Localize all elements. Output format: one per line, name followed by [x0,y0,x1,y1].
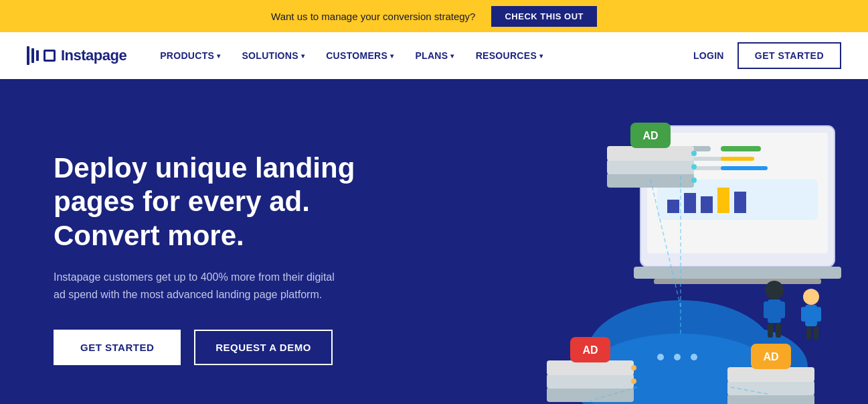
svg-point-20 [657,354,664,360]
nav-item-resources[interactable]: RESOURCES ▾ [466,45,553,66]
svg-rect-38 [727,394,814,404]
navbar: Instapage PRODUCTS ▾ SOLUTIONS ▾ CUSTOME… [0,32,868,79]
top-banner: Want us to manage your conversion strate… [0,0,868,32]
svg-point-21 [674,354,681,360]
svg-point-22 [691,354,697,360]
nav-item-plans[interactable]: PLANS ▾ [406,45,463,66]
login-button[interactable]: LOGIN [693,50,724,61]
svg-rect-15 [654,279,821,284]
chevron-down-icon: ▾ [450,52,454,60]
svg-rect-39 [727,381,814,395]
hero-section: Deploy unique landing pages for every ad… [0,79,868,404]
logo-bar-1 [27,46,29,65]
svg-rect-55 [801,307,806,322]
svg-rect-25 [607,146,694,161]
svg-rect-12 [717,188,729,213]
svg-point-30 [691,178,697,183]
chevron-down-icon: ▾ [301,52,305,60]
hero-get-started-button[interactable]: GET STARTED [54,330,181,365]
svg-text:AD: AD [582,344,598,356]
svg-text:AD: AD [763,351,778,362]
svg-rect-51 [768,323,773,338]
logo-square [44,50,56,62]
svg-rect-13 [734,192,746,213]
svg-point-29 [691,164,697,170]
logo[interactable]: Instapage [27,46,126,65]
svg-rect-7 [721,166,768,170]
svg-point-37 [631,379,636,384]
svg-point-36 [631,365,636,371]
hero-subtitle: Instapage customers get up to 400% more … [54,269,348,303]
svg-rect-50 [780,301,785,318]
logo-text: Instapage [61,47,126,64]
svg-rect-56 [816,307,821,322]
svg-rect-48 [768,299,781,323]
svg-rect-9 [667,200,679,213]
svg-rect-32 [547,374,634,389]
check-this-out-button[interactable]: CHECK THIS OUT [491,6,597,27]
svg-rect-57 [806,326,811,340]
svg-rect-33 [547,360,634,375]
svg-rect-5 [721,146,761,151]
nav-right: LOGIN GET STARTED [693,42,841,69]
svg-rect-10 [684,193,696,213]
svg-rect-11 [701,196,713,213]
hero-content: Deploy unique landing pages for every ad… [54,151,402,365]
logo-icon [27,46,56,65]
chevron-down-icon: ▾ [539,52,543,60]
svg-rect-24 [607,159,694,174]
svg-point-53 [803,289,819,305]
nav-links: PRODUCTS ▾ SOLUTIONS ▾ CUSTOMERS ▾ PLANS… [151,45,693,66]
logo-bar-2 [31,48,34,63]
nav-item-products[interactable]: PRODUCTS ▾ [151,45,230,66]
svg-rect-40 [727,367,814,382]
nav-item-solutions[interactable]: SOLUTIONS ▾ [232,45,314,66]
get-started-nav-button[interactable]: GET STARTED [737,42,841,69]
svg-rect-49 [764,301,769,318]
svg-point-47 [765,281,784,299]
svg-rect-31 [547,387,634,402]
svg-rect-54 [805,305,817,326]
svg-text:AD: AD [642,130,658,141]
hero-request-demo-button[interactable]: REQUEST A DEMO [194,330,333,365]
svg-point-28 [691,151,697,156]
hero-title: Deploy unique landing pages for every ad… [54,151,402,253]
chevron-down-icon: ▾ [390,52,394,60]
hero-illustration: AD AD AD [433,92,848,404]
banner-text: Want us to manage your conversion strate… [271,11,475,22]
svg-rect-58 [814,326,818,340]
nav-item-customers[interactable]: CUSTOMERS ▾ [317,45,403,66]
hero-buttons: GET STARTED REQUEST A DEMO [54,330,402,365]
svg-rect-14 [634,267,841,279]
svg-rect-52 [776,323,781,338]
svg-rect-6 [721,157,754,161]
logo-bar-3 [36,50,39,61]
chevron-down-icon: ▾ [217,52,220,60]
